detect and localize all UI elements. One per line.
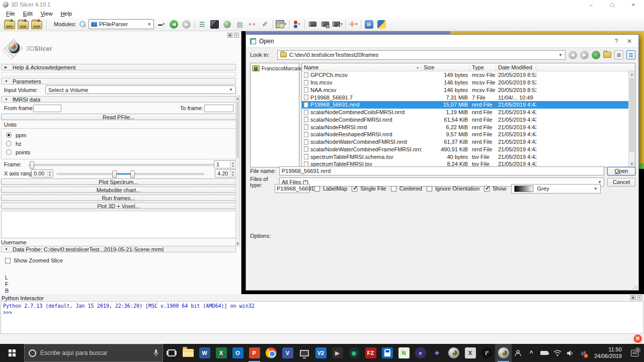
scroll-down-icon[interactable]: ▼ xyxy=(236,241,239,246)
taskbar-app-keepass[interactable] xyxy=(379,344,395,362)
from-frame-input[interactable] xyxy=(33,105,61,112)
input-volume-combo[interactable]: Select a Volume ▼ xyxy=(45,85,236,94)
option-checkbox[interactable]: Show xyxy=(484,186,507,192)
toolbar-button-module-list[interactable]: ▾ xyxy=(197,19,207,29)
file-row-scalarNodeFMRSI.nrrd[interactable]: scalarNodeFMRSI.nrrd 6,22 MiB nrrd File … xyxy=(302,123,635,131)
close-panel-icon[interactable]: ✕ xyxy=(637,295,642,300)
forward-button[interactable]: ▶ xyxy=(580,51,589,59)
file-list-scrollbar[interactable]: ▲ ▼ xyxy=(628,71,635,167)
toolbar-button-views-3d[interactable]: ▾ xyxy=(210,19,220,29)
taskbar-app-outlook[interactable]: O xyxy=(229,344,246,362)
close-button[interactable]: ✕ xyxy=(623,0,644,9)
xaxis-max-spinbox[interactable]: 4.20 ▲▼ xyxy=(215,169,236,177)
option-checkbox[interactable]: LabelMap xyxy=(314,186,347,192)
section-parameters[interactable]: ▼ Parameters xyxy=(1,78,236,84)
column-header-date[interactable]: Date Modified xyxy=(496,63,536,71)
scroll-up-icon[interactable]: ▲ xyxy=(236,96,239,101)
taskbar-app-media-player-classic[interactable]: ▶ xyxy=(329,344,346,362)
taskbar-app-chrome[interactable] xyxy=(263,344,279,362)
dialog-close-button[interactable]: ✕ xyxy=(624,38,634,45)
menu-item[interactable]: Edit xyxy=(19,10,37,17)
toolbar-button-sep5[interactable]: ▾ xyxy=(345,20,346,29)
panel-scrollbar[interactable]: ▲ ▼ xyxy=(235,96,240,246)
taskbar-app-task-view[interactable] xyxy=(163,344,180,362)
dicom-icon[interactable]: DCM xyxy=(18,21,29,29)
toolbar-button-slice-views[interactable]: ▾ xyxy=(235,19,245,29)
column-header-size[interactable]: Size xyxy=(422,63,470,71)
spin-arrows[interactable]: ▲▼ xyxy=(230,170,235,176)
option-checkbox[interactable]: Ignore Orientation xyxy=(427,186,479,192)
action-button[interactable]: Plot Spectrum... xyxy=(1,178,236,185)
close-panel-icon[interactable]: ✕ xyxy=(234,33,239,38)
taskbar-app-green-app[interactable]: ◉ xyxy=(346,344,362,362)
toolbar-button-sep2[interactable]: ▾ xyxy=(273,20,273,29)
option-checkbox[interactable]: Single File xyxy=(352,186,386,192)
section-fmrsi-data[interactable]: ▼ fMRSI data xyxy=(1,96,236,103)
unit-radio[interactable]: hz xyxy=(6,140,22,147)
taskbar-app-filezilla[interactable]: FZ xyxy=(362,344,379,362)
action-button[interactable]: Run frames... xyxy=(1,195,236,201)
file-row-scalarNodeCombinedFMRSI.nrrd[interactable]: scalarNodeCombinedFMRSI.nrrd 61,54 KiB n… xyxy=(302,116,635,124)
maximize-button[interactable]: ▢ xyxy=(602,0,623,9)
microphone-icon[interactable] xyxy=(153,349,158,357)
menu-item[interactable]: Help xyxy=(56,10,76,17)
section-data-probe[interactable]: ▼ Data Probe: C:/dev/0.test/slicerTest..… xyxy=(1,246,236,252)
column-header-name[interactable]: Name▲ xyxy=(302,63,422,71)
new-folder-button[interactable] xyxy=(603,52,611,58)
column-header-type[interactable]: Type xyxy=(470,63,496,71)
taskbar-app-i3[interactable]: i³ xyxy=(478,344,495,362)
taskbar-app-visual-studio[interactable]: ❖ xyxy=(429,344,445,362)
menu-item[interactable]: View xyxy=(37,10,57,17)
taskbar-clock[interactable]: 11:50 24/06/2019 xyxy=(591,346,625,359)
toolbar-button-mouse-mode[interactable]: ▾ xyxy=(292,19,302,29)
file-row-scalarNodeCombinedCoilsFMRSI.nrrd[interactable]: scalarNodeCombinedCoilsFMRSI.nrrd 1,19 M… xyxy=(302,109,635,116)
taskbar-app-powerpoint[interactable]: P xyxy=(246,344,263,362)
look-in-combo[interactable]: C:\dev\0.test\slicerTest\test20frames ▼ xyxy=(277,50,566,60)
toolbar-button-back[interactable]: ▾ xyxy=(169,19,179,29)
file-row-scalarNodeWaterCombinedFrameFMRSI.nrrd[interactable]: scalarNodeWaterCombinedFrameFMRSI.nrrd 4… xyxy=(302,146,635,153)
detail-view-button[interactable]: ☰ xyxy=(626,50,635,59)
file-row-Ins.mcsv[interactable]: Ins.mcsv 146 bytes mcsv File 20/05/2019 … xyxy=(302,79,635,86)
dialog-resize-grip[interactable] xyxy=(632,284,637,289)
sidebar-item-user-home[interactable]: FranciscoMarcano xyxy=(252,65,297,71)
dialog-help-button[interactable]: ? xyxy=(611,38,621,45)
taskbar-app-mobaxterm[interactable]: X xyxy=(462,344,478,362)
undock-panel-icon[interactable]: ▣ xyxy=(630,295,635,300)
menu-item[interactable]: File xyxy=(2,10,19,17)
file-row-P19968_56691.nrrd[interactable]: P19968_56691.nrrd 15,07 MiB nrrd File 21… xyxy=(302,101,635,109)
wifi-icon[interactable] xyxy=(552,344,563,362)
toolbar-button-sep3[interactable]: ▾ xyxy=(289,20,289,29)
taskbar-app-word[interactable]: W xyxy=(196,344,213,362)
toolbar-button-sep6[interactable]: ▾ xyxy=(361,20,361,29)
start-button[interactable] xyxy=(0,344,24,362)
up-directory-button[interactable]: ↑ xyxy=(592,51,600,59)
taskbar-app-slicer-front[interactable] xyxy=(495,344,512,362)
taskbar-app-notepad-plus-plus[interactable]: N xyxy=(395,344,412,362)
taskbar-app-vnc-viewer[interactable]: V2 xyxy=(312,344,329,362)
taskbar-app-slicer[interactable] xyxy=(445,344,462,362)
option-checkbox[interactable]: Centered xyxy=(391,186,422,192)
toolbar-button-volume-rendering[interactable]: ▾ xyxy=(222,19,232,29)
sync-error-icon[interactable]: ⇄ ✕ xyxy=(578,344,589,362)
taskbar-app-excel[interactable]: X xyxy=(213,344,229,362)
taskbar-app-visio[interactable]: V xyxy=(279,344,296,362)
undock-panel-icon[interactable]: ▣ xyxy=(227,33,232,38)
battery-icon[interactable] xyxy=(539,344,550,362)
volume-icon[interactable] xyxy=(565,344,576,362)
toolbar-button-extensions-manager[interactable]: ▾ xyxy=(364,19,374,29)
toolbar-button-layout-selector[interactable]: ▾ xyxy=(276,19,287,29)
scroll-thumb[interactable] xyxy=(629,78,634,152)
toolbar-button-crosshair[interactable]: ▾ xyxy=(348,19,358,29)
toolbar-button-python-console[interactable]: ▾ xyxy=(376,19,386,29)
action-button[interactable]: Metabolite chart... xyxy=(1,187,236,193)
taskbar-app-remote-desktop[interactable] xyxy=(296,344,312,362)
minimize-button[interactable]: – xyxy=(581,0,602,9)
colormap-combo[interactable]: Grey ▼ xyxy=(511,184,601,194)
people-icon[interactable] xyxy=(513,344,524,362)
frame-slider-handle[interactable] xyxy=(30,161,34,169)
toolbar-button-markups[interactable]: ▾ xyxy=(248,19,258,29)
taskbar-app-eclipse[interactable]: e xyxy=(412,344,429,362)
to-frame-input[interactable] xyxy=(204,105,233,112)
frame-spinbox[interactable]: 1 ▲▼ xyxy=(214,160,236,168)
spin-arrows[interactable]: ▲▼ xyxy=(230,161,235,167)
